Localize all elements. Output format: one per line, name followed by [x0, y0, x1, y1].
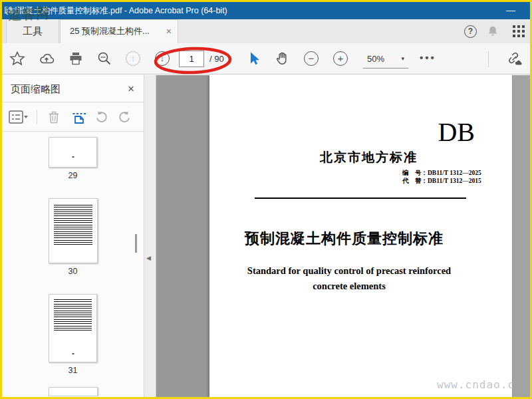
zoom-in-icon[interactable]: +: [333, 51, 348, 66]
content-area: 页面缩略图 ×: [2, 75, 530, 397]
favorite-star-icon[interactable]: [9, 51, 25, 66]
delete-pages-icon[interactable]: [46, 109, 62, 125]
panel-title: 页面缩略图: [11, 75, 61, 102]
panel-divider[interactable]: ◀: [144, 75, 156, 397]
thumbnail-item[interactable]: 30: [2, 198, 144, 276]
thumbnail-item[interactable]: 31: [2, 294, 144, 375]
window-title: 预制混凝土构件质量控制标准.pdf - Adobe Acrobat Pro (6…: [5, 2, 227, 19]
thumbnail-item[interactable]: [2, 387, 144, 396]
page-29-thumbnail[interactable]: [49, 137, 97, 168]
help-icon[interactable]: ?: [464, 25, 477, 38]
page-count-label: / 90: [209, 43, 224, 74]
panel-close-icon[interactable]: ×: [128, 75, 134, 102]
page-thumbnails-panel: 页面缩略图 ×: [2, 75, 144, 397]
page-32-thumbnail-partial[interactable]: [49, 387, 98, 396]
panel-toolbar: [2, 102, 144, 132]
thumbnail-page-mark: [72, 353, 74, 354]
thumbnail-list: 29 30 31: [2, 132, 144, 396]
hand-tool-icon[interactable]: [275, 51, 291, 66]
tab-document-label: 25 预制混凝土构件...: [70, 26, 150, 36]
minimize-button[interactable]: —: [501, 2, 521, 18]
title-bar: 预制混凝土构件质量控制标准.pdf - Adobe Acrobat Pro (6…: [2, 2, 530, 19]
select-tool-icon[interactable]: [246, 51, 262, 66]
notifications-bell-icon[interactable]: [485, 25, 500, 39]
split-pages-icon[interactable]: [71, 109, 87, 125]
rotate-clockwise-icon[interactable]: [116, 109, 132, 125]
collapse-panel-icon[interactable]: ◀: [146, 255, 151, 261]
rotate-counterclockwise-icon[interactable]: [94, 109, 110, 125]
panel-scrollbar-thumb[interactable]: [135, 234, 137, 253]
pdf-page: DB 北京市地方标准 编 号：DB11/T 1312—2025 代 替：DB11…: [209, 75, 512, 397]
main-toolbar: ↑ ↓ / 90 − + 50% ▾ •••: [2, 43, 530, 74]
previous-page-icon[interactable]: ↑: [126, 51, 140, 66]
tab-document[interactable]: 25 预制混凝土构件... ×: [60, 19, 178, 43]
thumbnail-page-number: 29: [68, 171, 78, 180]
app-grid-icon[interactable]: [513, 25, 525, 38]
tab-tools[interactable]: 工具: [6, 19, 59, 43]
standard-logo: DB: [438, 116, 475, 148]
thumbnail-options-icon[interactable]: [9, 109, 25, 125]
standard-replace-line: 代 替：DB11/T 1312—2015: [402, 177, 481, 186]
search-icon[interactable]: [96, 51, 112, 66]
more-tools-icon[interactable]: •••: [420, 43, 436, 72]
page-number-input[interactable]: [179, 51, 204, 67]
next-page-icon[interactable]: ↓: [155, 51, 170, 66]
thumbnail-text-content: [54, 299, 92, 331]
thumbnail-page-mark: [72, 156, 74, 158]
cloud-upload-icon[interactable]: [39, 51, 55, 66]
tab-bar: 工具 25 预制混凝土构件... × ?: [2, 19, 530, 43]
site-watermark: www.cndao.co: [437, 378, 522, 391]
share-link-icon[interactable]: [506, 51, 522, 66]
panel-header: 页面缩略图 ×: [2, 75, 144, 102]
zoom-level-value: 50%: [367, 54, 384, 64]
thumbnail-item[interactable]: 29: [2, 137, 144, 180]
document-view: DB 北京市地方标准 编 号：DB11/T 1312—2025 代 替：DB11…: [156, 75, 530, 397]
document-title-english-line1: Standard for quality control of precast …: [209, 265, 489, 277]
acrobat-window: 预制混凝土构件质量控制标准.pdf - Adobe Acrobat Pro (6…: [0, 0, 532, 399]
thumbnail-page-number: 30: [68, 267, 78, 276]
print-icon[interactable]: [68, 51, 84, 66]
panel-toolbar-separator: [37, 110, 37, 124]
tab-close-icon[interactable]: ×: [166, 20, 172, 43]
thumbnail-page-number: 31: [68, 366, 78, 375]
zoom-out-icon[interactable]: −: [304, 51, 319, 66]
zoom-level-dropdown[interactable]: 50% ▾: [363, 49, 408, 68]
chevron-down-icon: ▾: [401, 55, 404, 62]
document-title-english-line2: concrete elements: [209, 281, 489, 292]
page-31-thumbnail[interactable]: [49, 294, 97, 362]
toolbar-separator: [488, 51, 489, 67]
horizontal-rule: [255, 198, 466, 199]
page-30-thumbnail[interactable]: [49, 198, 98, 263]
thumbnail-text-content: [54, 205, 92, 245]
document-scrollbar[interactable]: [513, 75, 530, 397]
standard-org-title: 北京市地方标准: [320, 149, 418, 166]
document-title-chinese: 预制混凝土构件质量控制标准: [209, 229, 479, 249]
